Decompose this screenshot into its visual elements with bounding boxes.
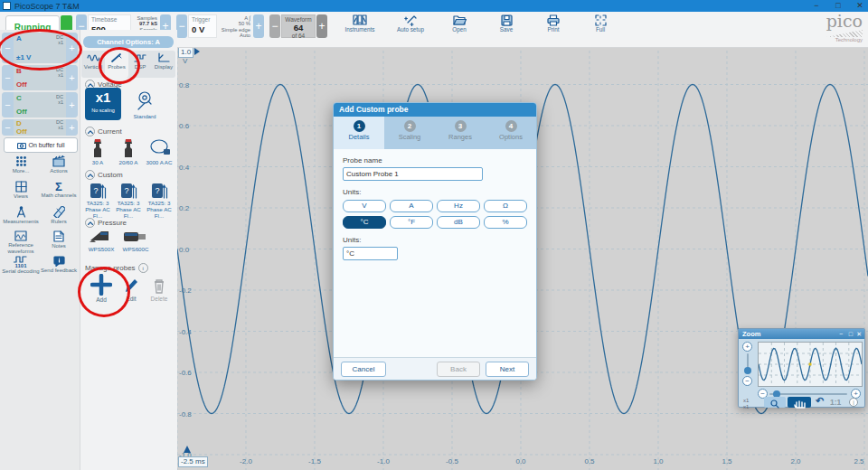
probe-standard[interactable]: Standard [128, 89, 161, 120]
waveform-next-button[interactable]: + [316, 14, 327, 38]
y-tick-label: -0.8 [179, 409, 192, 418]
on-buffer-full-button[interactable]: On buffer full [4, 137, 78, 153]
pressure-section-header[interactable]: Pressure [85, 218, 127, 228]
next-button[interactable]: Next [486, 362, 529, 377]
channel-c-button[interactable]: − C DCx1 Off + [2, 92, 78, 118]
zoom-overview-window[interactable]: Zoom − □ ✕ + − − + x1 x1 ↶ 1:1 i [738, 328, 865, 408]
open-button[interactable]: Open [436, 14, 483, 41]
unit-fahrenheit-button[interactable]: °F [390, 216, 433, 229]
unit-percent-button[interactable]: % [484, 216, 527, 229]
dialog-title[interactable]: Add Custom probe [334, 103, 536, 117]
x-tick-label: 0.0 [515, 457, 525, 465]
sidebar-item-serial-decoding[interactable]: 1101 Serial decoding [2, 256, 40, 280]
trigger-label: Trigger [192, 16, 213, 23]
zoom-minimize-button[interactable]: − [839, 329, 843, 339]
delete-probe-button[interactable]: Delete [146, 277, 172, 302]
x-scale-readout: x1 [743, 398, 749, 403]
probe-x1-tile[interactable]: x1 No scaling [85, 88, 121, 120]
trigger-value: 0 V [192, 24, 213, 34]
unit-options: V A Hz Ω °C °F dB % [343, 200, 527, 229]
x1-sub-label: No scaling [85, 108, 121, 113]
window-minimize-button[interactable]: − [807, 0, 826, 12]
app-icon [3, 2, 11, 10]
buffer-button-label: On buffer full [29, 142, 65, 148]
back-button[interactable]: Back [437, 362, 480, 377]
current-section-header[interactable]: Current [85, 127, 122, 136]
cancel-button[interactable]: Cancel [341, 362, 386, 377]
x-axis-min-box[interactable]: -2.5 ms [178, 456, 208, 467]
instruments-button[interactable]: Instruments [336, 14, 383, 41]
sidebar-item-reference-waveforms[interactable]: Reference waveforms [2, 230, 40, 255]
sidebar-item-math-channels[interactable]: Σ Math channels [40, 181, 78, 205]
save-label: Save [500, 26, 513, 33]
sidebar-item-views[interactable]: Views [2, 181, 40, 205]
channel-c-decrease[interactable]: − [2, 92, 14, 118]
sidebar-item-actions[interactable]: Actions [40, 155, 78, 180]
channel-b-decrease[interactable]: − [2, 65, 14, 90]
trigger-increase-button[interactable]: + [253, 14, 264, 38]
channel-b-increase[interactable]: + [66, 65, 78, 90]
unit-hz-button[interactable]: Hz [437, 200, 480, 212]
sidebar-item-measurements[interactable]: Measurements [2, 206, 40, 230]
probe-custom-3[interactable]: ? TA325: 3Phase AC Fl... [144, 180, 175, 219]
waveform-panel[interactable]: Waveform 64 of 64 [281, 14, 316, 38]
probe-custom-2[interactable]: ? TA325: 3Phase AC Fl... [114, 180, 143, 219]
print-icon [547, 14, 560, 26]
sidebar-item-send-feedback[interactable]: Send feedback [40, 256, 78, 280]
views-grid-icon [15, 181, 27, 193]
channel-c-increase[interactable]: + [66, 92, 78, 118]
probe-label: 30 A [92, 159, 103, 165]
probe-label: TA325: 3Phase AC Fl... [83, 201, 112, 219]
print-button[interactable]: Print [530, 14, 577, 41]
zoom-ratio-button[interactable]: 1:1 [830, 398, 841, 407]
pan-tool-button[interactable] [788, 397, 811, 408]
auto-setup-label: Auto setup [397, 26, 424, 33]
sidebar-item-more[interactable]: More... [2, 155, 40, 180]
zoom-out-button[interactable]: − [742, 376, 752, 386]
full-screen-button[interactable]: Full [577, 14, 624, 41]
add-custom-probe-dialog: Add Custom probe 1 Details 2 Scaling 3 R… [333, 102, 537, 381]
zoom-window-titlebar[interactable]: Zoom − □ ✕ [739, 329, 864, 339]
notes-icon [53, 230, 64, 242]
channel-d-button[interactable]: − D DCx1 Off + [2, 119, 78, 136]
probe-current-30a[interactable]: 30 A [83, 137, 112, 166]
units-value-input[interactable]: °C [343, 247, 398, 260]
unit-a-button[interactable]: A [390, 200, 433, 212]
tab-display[interactable]: Display [152, 51, 175, 78]
probe-pressure-wps500x[interactable]: WPS500X [85, 228, 118, 253]
waveform-previous-button[interactable]: − [269, 14, 280, 38]
sidebar-item-notes[interactable]: Notes [40, 230, 78, 255]
probe-name-input[interactable]: Custom Probe 1 [343, 167, 483, 181]
channel-d-decrease[interactable]: − [2, 119, 14, 136]
zoom-info-icon[interactable]: i [849, 398, 858, 407]
vertical-zoom-thumb[interactable] [744, 367, 751, 374]
horizontal-zoom-slider[interactable] [769, 393, 847, 395]
trigger-panel[interactable]: Trigger 0 V [188, 14, 217, 38]
unit-celsius-button[interactable]: °C [343, 216, 386, 229]
zoom-tool-button[interactable] [764, 397, 786, 408]
unit-db-button[interactable]: dB [437, 216, 480, 229]
zoom-in-button[interactable]: + [742, 342, 752, 352]
unit-v-button[interactable]: V [343, 200, 386, 212]
info-icon[interactable]: i [138, 263, 148, 273]
probe-custom-1[interactable]: ? TA325: 3Phase AC Fl... [83, 180, 112, 219]
auto-setup-button[interactable]: Auto setup [387, 14, 434, 41]
zoom-close-button[interactable]: ✕ [856, 329, 862, 339]
save-button[interactable]: Save [483, 14, 530, 41]
sidebar-item-rulers[interactable]: Rulers [40, 206, 78, 230]
zoom-overview-chart[interactable] [758, 342, 863, 387]
probe-current-2060a[interactable]: 20/60 A [114, 137, 143, 166]
dialog-footer: Cancel Back Next [334, 357, 536, 380]
collapse-chevron-icon [85, 170, 95, 180]
probe-pressure-wps600c[interactable]: WPS600C [119, 228, 152, 253]
trigger-decrease-button[interactable]: − [176, 14, 187, 38]
zoom-maximize-button[interactable]: □ [849, 329, 853, 339]
unit-ohm-button[interactable]: Ω [484, 200, 527, 212]
step-details: 1 Details [334, 117, 384, 149]
custom-section-header[interactable]: Custom [85, 170, 123, 180]
undo-zoom-button[interactable]: ↶ [816, 395, 824, 407]
custom-meter-icon: ? [150, 180, 168, 200]
probe-current-3000a[interactable]: 3000 A AC [144, 137, 175, 166]
zoom-window-title: Zoom [742, 330, 760, 338]
channel-d-increase[interactable]: + [66, 119, 78, 136]
